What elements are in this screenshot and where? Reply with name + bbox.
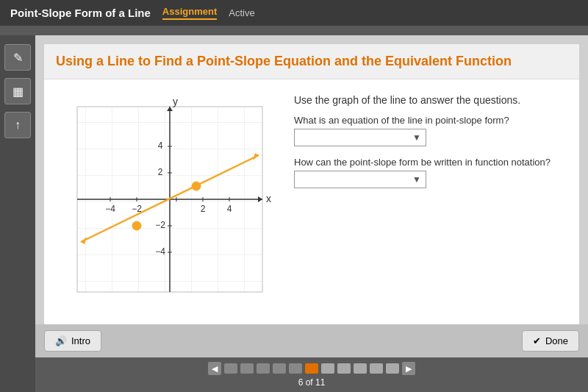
- page-dot-6[interactable]: [305, 363, 318, 374]
- up-arrow-icon: ↑: [15, 118, 21, 132]
- done-button[interactable]: ✔ Done: [522, 330, 579, 352]
- dropdown-2-arrow: ▼: [412, 174, 421, 185]
- intro-label: Intro: [71, 335, 90, 346]
- done-label: Done: [545, 335, 568, 346]
- page-dot-1[interactable]: [224, 363, 237, 374]
- svg-text:2: 2: [158, 167, 163, 177]
- next-page-button[interactable]: ▶: [402, 362, 415, 375]
- left-toolbar: ✎ ▦ ↑: [0, 35, 35, 392]
- prev-page-button[interactable]: ◀: [208, 362, 221, 375]
- x-axis-label: x: [266, 193, 271, 204]
- point-1: [132, 221, 141, 230]
- svg-text:−4: −4: [155, 246, 165, 257]
- page-dot-11[interactable]: [386, 363, 399, 374]
- question-2-label: How can the point-slope form be written …: [294, 157, 572, 168]
- content-card: Using a Line to Find a Point-Slope Equat…: [44, 44, 579, 324]
- app-title: Point-Slope Form of a Line: [10, 7, 151, 19]
- pencil-icon: ✎: [13, 51, 23, 65]
- questions-area: Use the graph of the line to answer the …: [294, 87, 572, 317]
- card-header: Using a Line to Find a Point-Slope Equat…: [44, 44, 579, 79]
- coordinate-graph: x y −4 −2 2 4 2 4 −2 −4: [59, 96, 272, 309]
- page-dot-10[interactable]: [370, 363, 383, 374]
- intro-button[interactable]: 🔊 Intro: [44, 330, 101, 352]
- card-title: Using a Line to Find a Point-Slope Equat…: [56, 53, 567, 70]
- pagination-bar: ◀ ▶ 6 of 11: [35, 357, 588, 392]
- page-counter: 6 of 11: [298, 377, 326, 388]
- question-1-label: What is an equation of the line in point…: [294, 115, 572, 126]
- dropdown-1-arrow: ▼: [412, 132, 421, 143]
- point-2: [192, 182, 201, 190]
- top-bar: Point-Slope Form of a Line Assignment Ac…: [0, 0, 588, 26]
- pencil-tool-button[interactable]: ✎: [4, 44, 31, 71]
- main-content: Using a Line to Find a Point-Slope Equat…: [35, 35, 588, 392]
- svg-text:−4: −4: [105, 204, 115, 214]
- page-dot-2[interactable]: [240, 363, 254, 374]
- page-dot-4[interactable]: [273, 363, 286, 374]
- calculator-tool-button[interactable]: ▦: [4, 78, 31, 104]
- svg-text:4: 4: [158, 140, 163, 151]
- y-axis-label: y: [173, 96, 178, 107]
- checkmark-icon: ✔: [533, 335, 541, 346]
- question-2-dropdown[interactable]: ▼: [294, 171, 426, 188]
- page-dot-8[interactable]: [337, 363, 351, 374]
- svg-text:4: 4: [227, 204, 232, 214]
- question-1-dropdown[interactable]: ▼: [294, 129, 426, 146]
- page-dot-3[interactable]: [257, 363, 270, 374]
- tab-assignment[interactable]: Assignment: [162, 6, 217, 20]
- graph-container: x y −4 −2 2 4 2 4 −2 −4: [51, 87, 279, 317]
- bottom-bar: 🔊 Intro ✔ Done: [35, 324, 588, 357]
- pagination-dots: ◀ ▶: [208, 362, 415, 375]
- page-dot-5[interactable]: [289, 363, 302, 374]
- instruction-text: Use the graph of the line to answer the …: [294, 94, 572, 106]
- svg-text:2: 2: [201, 204, 206, 214]
- svg-text:−2: −2: [155, 220, 165, 230]
- tab-active[interactable]: Active: [229, 7, 254, 18]
- card-body: x y −4 −2 2 4 2 4 −2 −4: [44, 79, 579, 324]
- calculator-icon: ▦: [12, 85, 24, 99]
- page-dot-9[interactable]: [354, 363, 367, 374]
- page-dot-7[interactable]: [321, 363, 334, 374]
- upload-tool-button[interactable]: ↑: [4, 112, 31, 138]
- volume-icon: 🔊: [55, 335, 67, 346]
